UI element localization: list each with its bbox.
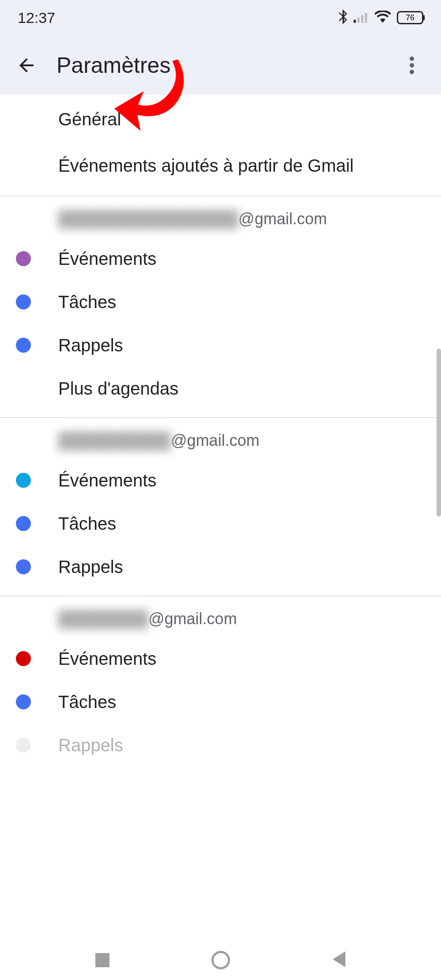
account-section-1: ████████████████@gmail.com Événements Tâ… (0, 196, 441, 418)
more-vert-icon (410, 57, 414, 74)
redacted-text: ████████ (58, 610, 148, 628)
svg-point-5 (410, 63, 414, 68)
svg-rect-1 (358, 18, 360, 23)
svg-point-6 (410, 70, 414, 74)
general-label: Général (58, 109, 121, 129)
system-nav-bar (0, 940, 441, 980)
account-section-3: ████████@gmail.com Événements Tâches Rap… (0, 596, 441, 767)
color-dot-icon (16, 738, 31, 753)
nav-recents-icon[interactable] (95, 953, 109, 967)
reminders-label: Rappels (58, 557, 123, 577)
status-right-icons: 76 (338, 9, 423, 26)
svg-rect-3 (365, 13, 367, 23)
tasks-label: Tâches (58, 692, 116, 712)
account2-tasks-row[interactable]: Tâches (0, 502, 441, 545)
account2-reminders-row[interactable]: Rappels (0, 545, 441, 588)
nav-home-icon[interactable] (211, 951, 230, 969)
wifi-icon (375, 11, 391, 25)
battery-icon: 76 (397, 11, 423, 24)
redacted-text: ████████████████ (58, 210, 238, 228)
account-email-2: ██████████@gmail.com (0, 418, 441, 459)
app-header: Paramètres (0, 35, 441, 95)
status-bar: 12:37 76 (0, 0, 441, 35)
tasks-label: Tâches (58, 292, 116, 312)
bluetooth-icon (338, 9, 347, 26)
account-email-1: ████████████████@gmail.com (0, 196, 441, 237)
account1-tasks-row[interactable]: Tâches (0, 280, 441, 324)
overflow-menu-button[interactable] (399, 52, 425, 79)
account2-events-row[interactable]: Événements (0, 459, 441, 502)
svg-point-4 (410, 57, 414, 61)
nav-back-icon[interactable] (332, 951, 346, 969)
color-dot-icon (16, 251, 31, 266)
scrollbar-thumb[interactable] (437, 349, 441, 516)
arrow-left-icon (16, 55, 37, 76)
status-time: 12:37 (18, 9, 55, 26)
reminders-label: Rappels (58, 335, 123, 355)
account1-more-calendars-row[interactable]: Plus d'agendas (0, 367, 441, 410)
battery-level: 76 (406, 13, 415, 23)
account3-reminders-row[interactable]: Rappels (0, 724, 441, 767)
page-title: Paramètres (57, 53, 399, 78)
reminders-label: Rappels (58, 735, 123, 755)
events-label: Événements (58, 649, 156, 669)
signal-icon (354, 11, 369, 25)
events-label: Événements (58, 471, 156, 490)
top-section: Général Événements ajoutés à partir de G… (0, 95, 441, 196)
account-section-2: ██████████@gmail.com Événements Tâches R… (0, 418, 441, 596)
account1-events-row[interactable]: Événements (0, 237, 441, 280)
general-row[interactable]: Général (0, 95, 441, 143)
more-calendars-label: Plus d'agendas (58, 379, 178, 399)
events-label: Événements (58, 249, 156, 269)
account-email-3: ████████@gmail.com (0, 596, 441, 637)
svg-rect-2 (361, 15, 363, 23)
color-dot-icon (16, 294, 31, 309)
color-dot-icon (16, 338, 31, 353)
color-dot-icon (16, 516, 31, 531)
color-dot-icon (16, 473, 31, 488)
svg-rect-0 (354, 20, 356, 23)
tasks-label: Tâches (58, 514, 116, 534)
redacted-text: ██████████ (58, 431, 171, 449)
color-dot-icon (16, 651, 31, 666)
account1-reminders-row[interactable]: Rappels (0, 324, 441, 367)
back-button[interactable] (13, 52, 40, 79)
account3-tasks-row[interactable]: Tâches (0, 680, 441, 724)
color-dot-icon (16, 559, 31, 574)
color-dot-icon (16, 694, 31, 709)
gmail-events-label: Événements ajoutés à partir de Gmail (58, 156, 354, 176)
gmail-events-row[interactable]: Événements ajoutés à partir de Gmail (0, 143, 441, 188)
account3-events-row[interactable]: Événements (0, 637, 441, 680)
